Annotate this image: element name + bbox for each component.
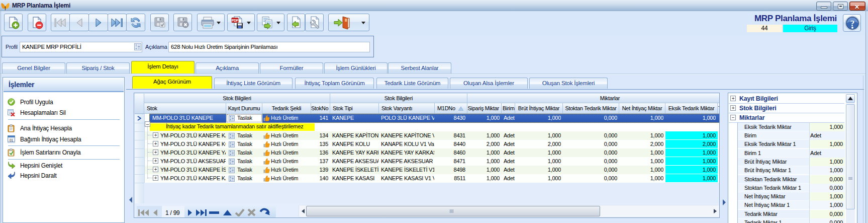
svg-text:?: ? <box>850 19 854 28</box>
svg-text:01: 01 <box>10 138 13 142</box>
svg-text:PDF: PDF <box>232 18 239 22</box>
